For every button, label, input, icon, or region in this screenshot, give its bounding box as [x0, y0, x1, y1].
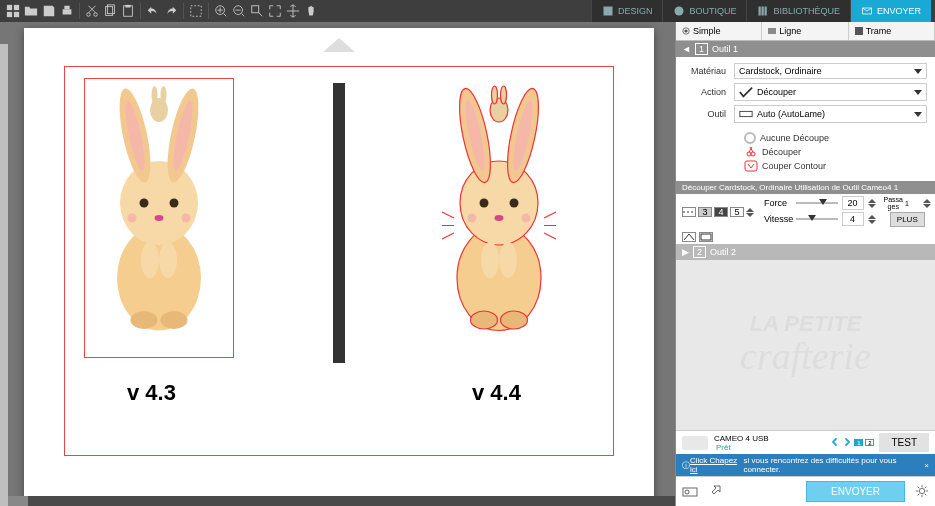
tab-design[interactable]: DESIGN	[591, 0, 663, 22]
line-shape-icon[interactable]	[699, 232, 713, 242]
device-icon	[682, 436, 708, 450]
dash-spinner[interactable]	[746, 208, 754, 217]
paste-icon[interactable]	[119, 2, 137, 20]
close-icon[interactable]: ×	[924, 461, 929, 470]
page: v 4.3 v 4.4	[24, 28, 654, 506]
dash-opt[interactable]	[682, 207, 696, 217]
tool1-header[interactable]: ◄ 1 Outil 1	[676, 41, 935, 57]
scrollbar-horizontal[interactable]	[8, 496, 675, 506]
dash-val-4[interactable]: 4	[714, 207, 728, 217]
svg-rect-1	[14, 5, 19, 10]
svg-rect-2	[7, 12, 12, 17]
print-icon[interactable]	[58, 2, 76, 20]
device-name: CAMEO 4 USB	[714, 434, 769, 443]
undo-icon[interactable]	[144, 2, 162, 20]
gear-icon[interactable]	[915, 484, 929, 500]
load-unload-icon[interactable]	[832, 436, 850, 450]
vitesse-spinner[interactable]	[868, 215, 876, 224]
pan-icon[interactable]	[284, 2, 302, 20]
version-label-1: v 4.3	[119, 378, 184, 408]
svg-point-47	[501, 86, 507, 104]
version-label-2: v 4.4	[464, 378, 529, 408]
materiau-combo[interactable]: Cardstock, Ordinaire	[734, 63, 927, 79]
zoom-fit-icon[interactable]	[266, 2, 284, 20]
svg-rect-11	[125, 5, 130, 8]
vitesse-value[interactable]: 4	[842, 212, 864, 226]
line-solid-icon[interactable]	[682, 232, 696, 242]
svg-point-30	[128, 214, 137, 223]
redo-icon[interactable]	[162, 2, 180, 20]
action-list: Aucune Découpe Découper Couper Contour	[684, 127, 927, 175]
action-label: Action	[684, 87, 734, 97]
chevron-right-icon[interactable]: ▶	[682, 247, 689, 257]
svg-point-34	[141, 242, 159, 278]
feed-arrow-icon	[323, 38, 355, 52]
mode-trame[interactable]: Trame	[849, 22, 935, 40]
svg-point-31	[182, 214, 191, 223]
help-link[interactable]: Click Chapez ici	[690, 456, 744, 474]
save-icon[interactable]	[40, 2, 58, 20]
hand-icon[interactable]	[302, 2, 320, 20]
svg-rect-18	[759, 7, 761, 16]
select-icon[interactable]	[187, 2, 205, 20]
force-spinner[interactable]	[868, 199, 876, 208]
carriage-grid[interactable]: 12	[854, 439, 875, 446]
open-icon[interactable]	[22, 2, 40, 20]
svg-point-32	[131, 311, 158, 329]
test-button[interactable]: TEST	[879, 433, 929, 452]
device-status: Prêt	[716, 443, 769, 452]
ruler-vertical	[0, 44, 8, 506]
dash-val-5[interactable]: 5	[730, 207, 744, 217]
tab-boutique[interactable]: BOUTIQUE	[662, 0, 746, 22]
svg-point-68	[685, 490, 689, 494]
svg-rect-64	[745, 161, 757, 171]
vitesse-slider[interactable]	[796, 218, 838, 220]
zoom-out-icon[interactable]	[230, 2, 248, 20]
send-button[interactable]: ENVOYER	[806, 481, 905, 502]
chevron-down-icon	[914, 90, 922, 95]
zoom-select-icon[interactable]	[248, 2, 266, 20]
tab-envoyer[interactable]: ENVOYER	[850, 0, 931, 22]
svg-point-43	[471, 311, 498, 329]
svg-rect-19	[762, 7, 764, 16]
chevron-left-icon[interactable]: ◄	[682, 44, 691, 54]
copy-icon[interactable]	[101, 2, 119, 20]
line-style-picker[interactable]: 3 4 5	[676, 194, 760, 230]
settings-tool-icon[interactable]	[706, 484, 722, 500]
chevron-down-icon	[914, 69, 922, 74]
force-slider[interactable]	[796, 202, 838, 204]
cut-icon[interactable]	[83, 2, 101, 20]
svg-rect-20	[765, 7, 767, 16]
tab-bibliotheque[interactable]: BIBLIOTHÈQUE	[746, 0, 850, 22]
svg-point-69	[919, 488, 924, 493]
mode-ligne[interactable]: Ligne	[762, 22, 848, 40]
act-none[interactable]: Aucune Découpe	[744, 131, 927, 145]
action-combo[interactable]: Découper	[734, 83, 927, 101]
mode-simple[interactable]: Simple	[676, 22, 762, 40]
force-value[interactable]: 20	[842, 196, 864, 210]
plus-button[interactable]: PLUS	[890, 212, 925, 227]
svg-point-51	[510, 199, 519, 208]
canvas-area[interactable]: v 4.3 v 4.4	[0, 22, 675, 506]
bunny-image-2[interactable]	[424, 78, 574, 358]
passages-spinner[interactable]	[923, 199, 931, 208]
tool2-header[interactable]: ▶ 2 Outil 2	[676, 244, 935, 260]
svg-rect-16	[603, 7, 612, 16]
top-tabs: DESIGN BOUTIQUE BIBLIOTHÈQUE ENVOYER	[591, 0, 931, 22]
svg-rect-63	[740, 111, 752, 116]
send-panel: Simple Ligne Trame ◄ 1 Outil 1 Matériau …	[675, 22, 935, 506]
act-cut[interactable]: Découper	[744, 145, 927, 159]
outil-combo[interactable]: Auto (AutoLame)	[734, 105, 927, 123]
passages-value[interactable]: 1	[905, 200, 921, 207]
outil-label: Outil	[684, 109, 734, 119]
act-contour[interactable]: Couper Contour	[744, 159, 927, 173]
svg-rect-60	[768, 30, 776, 31]
dash-val-3[interactable]: 3	[698, 207, 712, 217]
svg-point-44	[501, 311, 528, 329]
zoom-in-icon[interactable]	[212, 2, 230, 20]
machine-icon[interactable]	[682, 484, 698, 500]
grid-icon[interactable]	[4, 2, 22, 20]
svg-point-6	[87, 13, 91, 17]
svg-point-27	[140, 199, 149, 208]
bunny-image-1[interactable]	[84, 78, 234, 358]
